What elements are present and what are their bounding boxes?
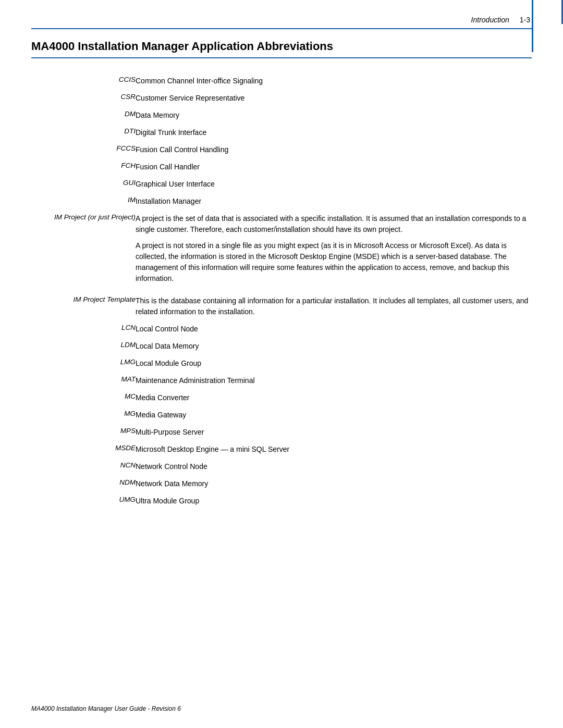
- table-row: DMData Memory: [31, 108, 532, 122]
- table-row: FCCSFusion Call Control Handling: [31, 143, 532, 157]
- definition-cell: Fusion Call Handler: [136, 160, 532, 174]
- abbrev-cell: FCH: [31, 160, 136, 174]
- header-area: Introduction 1-3: [0, 0, 563, 24]
- table-row: MPSMulti-Purpose Server: [31, 425, 532, 439]
- abbrev-cell: DM: [31, 108, 136, 122]
- abbrev-cell: UMG: [31, 494, 136, 508]
- table-row: DTIDigital Trunk Interface: [31, 126, 532, 140]
- table-row: MGMedia Gateway: [31, 408, 532, 422]
- footer-area: MA4000 Installation Manager User Guide -…: [31, 705, 532, 712]
- table-row: GUIGraphical User Interface: [31, 177, 532, 191]
- definition-cell: Media Gateway: [136, 408, 532, 422]
- definition-cell: Digital Trunk Interface: [136, 126, 532, 140]
- table-row: NCNNetwork Control Node: [31, 460, 532, 474]
- table-row: IM Project (or just Project)A project is…: [31, 212, 532, 291]
- definition-cell: Microsoft Desktop Engine — a mini SQL Se…: [136, 442, 532, 456]
- table-row: NDMNetwork Data Memory: [31, 477, 532, 491]
- table-row: CSRCustomer Service Representative: [31, 91, 532, 105]
- definition-cell: Graphical User Interface: [136, 177, 532, 191]
- table-row: LCNLocal Control Node: [31, 322, 532, 336]
- definition-cell: Local Data Memory: [136, 339, 532, 353]
- abbrev-cell: GUI: [31, 177, 136, 191]
- table-row: UMGUltra Module Group: [31, 494, 532, 508]
- definition-cell: Local Module Group: [136, 356, 532, 371]
- abbrev-cell: CCIS: [31, 74, 136, 88]
- definition-cell: A project is the set of data that is ass…: [136, 212, 532, 291]
- definition-cell: Ultra Module Group: [136, 494, 532, 508]
- definition-cell: Installation Manager: [136, 194, 532, 208]
- definition-cell: Local Control Node: [136, 322, 532, 336]
- abbrev-cell: CSR: [31, 91, 136, 105]
- definition-cell: Customer Service Representative: [136, 91, 532, 105]
- abbrev-cell: LMG: [31, 356, 136, 371]
- definition-cell: Media Converter: [136, 391, 532, 405]
- abbrev-cell: IM Project (or just Project): [31, 212, 136, 291]
- header-title: Introduction: [471, 16, 509, 24]
- header-page: 1-3: [520, 16, 530, 24]
- abbrev-cell: NCN: [31, 460, 136, 474]
- abbrev-cell: MPS: [31, 425, 136, 439]
- abbrev-cell: FCCS: [31, 143, 136, 157]
- page-container: Introduction 1-3 MA4000 Installation Man…: [0, 0, 563, 728]
- table-row: FCHFusion Call Handler: [31, 160, 532, 174]
- abbrev-cell: MC: [31, 391, 136, 405]
- definition-cell: Network Control Node: [136, 460, 532, 474]
- abbrev-cell: IM: [31, 194, 136, 208]
- definition-cell: This is the database containing all info…: [136, 294, 532, 319]
- table-row: LDMLocal Data Memory: [31, 339, 532, 353]
- definition-cell: Maintenance Administration Terminal: [136, 374, 532, 388]
- abbrev-cell: IM Project Template: [31, 294, 136, 319]
- abbreviations-table: CCISCommon Channel Inter-office Signalin…: [31, 74, 532, 511]
- page-title: MA4000 Installation Manager Application …: [31, 40, 532, 58]
- definition-cell: Common Channel Inter-office Signaling: [136, 74, 532, 88]
- abbrev-cell: MAT: [31, 374, 136, 388]
- table-row: MSDEMicrosoft Desktop Engine — a mini SQ…: [31, 442, 532, 456]
- definition-cell: Network Data Memory: [136, 477, 532, 491]
- header-right: Introduction 1-3: [471, 16, 530, 24]
- definition-cell: Multi-Purpose Server: [136, 425, 532, 439]
- table-row: LMGLocal Module Group: [31, 356, 532, 371]
- definition-cell: Fusion Call Control Handling: [136, 143, 532, 157]
- footer-text: MA4000 Installation Manager User Guide -…: [31, 705, 181, 712]
- definition-cell: Data Memory: [136, 108, 532, 122]
- spacer-row: [31, 508, 532, 511]
- table-row: CCISCommon Channel Inter-office Signalin…: [31, 74, 532, 88]
- abbrev-cell: MSDE: [31, 442, 136, 456]
- abbrev-cell: LCN: [31, 322, 136, 336]
- abbrev-cell: MG: [31, 408, 136, 422]
- table-row: IMInstallation Manager: [31, 194, 532, 208]
- table-row: MCMedia Converter: [31, 391, 532, 405]
- content-area: MA4000 Installation Manager Application …: [0, 29, 563, 542]
- table-row: MATMaintenance Administration Terminal: [31, 374, 532, 388]
- abbrev-cell: NDM: [31, 477, 136, 491]
- table-row: IM Project TemplateThis is the database …: [31, 294, 532, 319]
- abbrev-cell: DTI: [31, 126, 136, 140]
- abbrev-cell: LDM: [31, 339, 136, 353]
